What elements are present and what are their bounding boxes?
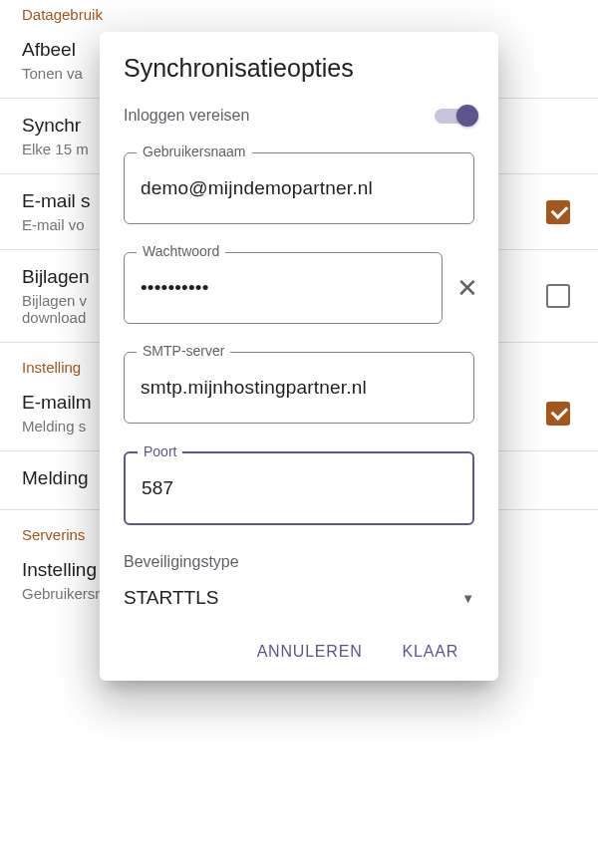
smtp-field-group: SMTP-server smtp.mijnhostingpartner.nl [124,352,474,424]
username-value: demo@mijndemopartner.nl [141,177,457,199]
port-label: Poort [138,443,182,459]
smtp-label: SMTP-server [137,343,230,359]
clear-password-icon[interactable]: ✕ [450,269,484,307]
password-value: •••••••••• [141,277,426,299]
security-type-value: STARTTLS [124,587,218,609]
checkbox-email-sync[interactable] [546,200,570,224]
security-type-label: Beveiligingstype [124,553,474,571]
smtp-field[interactable]: SMTP-server smtp.mijnhostingpartner.nl [124,352,474,424]
dialog-title: Synchronisatieopties [100,54,498,93]
require-signin-toggle[interactable] [435,105,474,127]
require-signin-row: Inloggen vereisen [100,93,498,145]
done-button[interactable]: KLAAR [403,643,458,661]
section-header-datagebruik: Datagebruik [0,0,598,23]
require-signin-label: Inloggen vereisen [124,107,249,125]
password-row: Wachtwoord •••••••••• ✕ [124,252,484,324]
sync-options-dialog: Synchronisatieopties Inloggen vereisen G… [100,32,498,681]
security-type-group: Beveiligingstype STARTTLS ▼ [124,553,474,613]
username-label: Gebruikersnaam [137,144,252,159]
password-label: Wachtwoord [137,243,225,259]
port-field[interactable]: Poort 587 [124,451,474,525]
username-field-group: Gebruikersnaam demo@mijndemopartner.nl [124,152,474,224]
chevron-down-icon: ▼ [461,591,474,606]
dialog-actions: ANNULEREN KLAAR [100,623,498,669]
port-value: 587 [142,477,456,499]
checkbox-emailmeldingen[interactable] [546,402,570,426]
checkbox-bijlagen[interactable] [546,284,570,308]
username-field[interactable]: Gebruikersnaam demo@mijndemopartner.nl [124,152,474,224]
password-field[interactable]: Wachtwoord •••••••••• [124,252,443,324]
port-field-group: Poort 587 [124,451,474,525]
cancel-button[interactable]: ANNULEREN [257,643,363,661]
smtp-value: smtp.mijnhostingpartner.nl [141,377,457,399]
security-type-select[interactable]: STARTTLS ▼ [124,577,474,613]
